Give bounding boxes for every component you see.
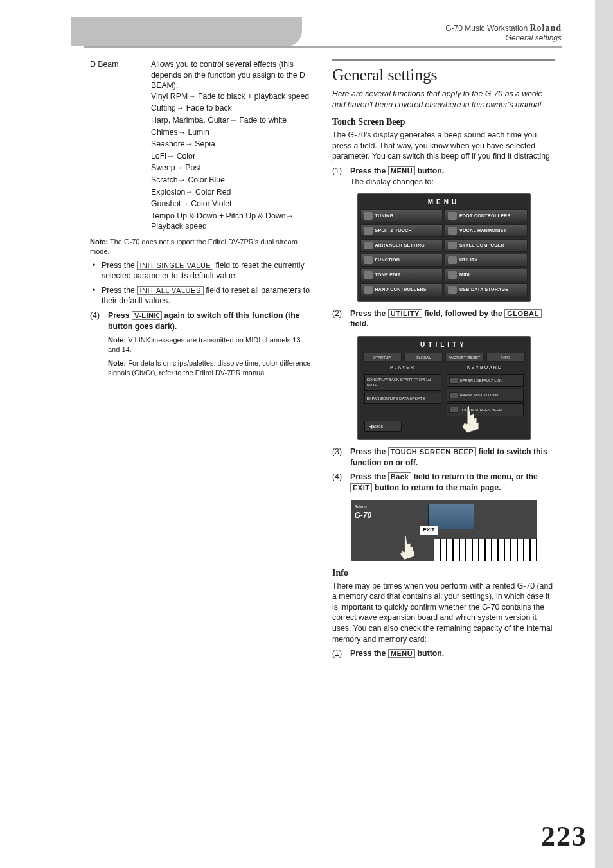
utility-item[interactable]: UPPER1 DEFAULT LINK xyxy=(447,374,524,387)
note-vlink-channels: Note: V-LINK messages are transmitted on… xyxy=(108,335,313,355)
menu-item[interactable]: MIDI xyxy=(445,269,528,281)
step-3-number: (3) xyxy=(332,447,350,468)
menu-item[interactable]: STYLE COMPOSER xyxy=(445,239,528,252)
menu-item-icon xyxy=(364,227,373,235)
utility-back-button[interactable]: ◀ Back xyxy=(364,421,402,432)
bullet-init-single: Press the INIT SINGLE VALUE field to res… xyxy=(102,260,313,281)
field-init-all-values[interactable]: INIT ALL VALUES xyxy=(137,286,203,295)
lede-text: Here are several functions that apply to… xyxy=(332,89,555,110)
field-touch-screen-beep[interactable]: TOUCH SCREEN BEEP xyxy=(388,447,476,456)
utility-tab[interactable]: INFO xyxy=(486,353,525,362)
field-init-single-value[interactable]: INIT SINGLE VALUE xyxy=(137,261,213,270)
utility-tab[interactable]: GLOBAL xyxy=(404,353,443,362)
bullet-dot: • xyxy=(90,260,102,281)
dbeam-mapping: Sweep→ Post xyxy=(151,163,313,173)
menu-item[interactable]: TONE EDIT xyxy=(360,269,443,281)
menu-item-label: TUNING xyxy=(375,213,394,218)
menu-screen-title: MENU xyxy=(360,197,528,209)
info-step-1-number: (1) xyxy=(332,648,350,659)
step-1-number: (1) xyxy=(332,166,350,187)
header-product: G-70 Music Workstation xyxy=(445,24,528,33)
menu-item-label: TONE EDIT xyxy=(375,272,401,278)
menu-item[interactable]: FUNCTION xyxy=(360,254,443,267)
info-step-1-text: Press the MENU button. xyxy=(350,648,555,659)
panel-exit-label: EXIT xyxy=(420,526,438,535)
heading-info: Info xyxy=(332,567,555,580)
menu-item[interactable]: SPLIT & TOUCH xyxy=(360,224,443,237)
menu-item-label: FUNCTION xyxy=(375,257,400,263)
section-rule xyxy=(332,59,555,61)
field-utility[interactable]: UTILITY xyxy=(388,309,422,318)
button-menu[interactable]: MENU xyxy=(388,166,415,175)
heading-general-settings: General settings xyxy=(332,64,555,86)
field-back[interactable]: Back xyxy=(388,472,411,481)
dbeam-mapping: Explosion→ Color Red xyxy=(151,187,313,198)
utility-keyboard-heading: KEYBOARD xyxy=(447,363,524,371)
info-description: There may be times when you perform with… xyxy=(332,581,555,645)
pointing-hand-icon xyxy=(453,402,485,434)
dbeam-label: D Beam xyxy=(90,59,151,233)
right-column: General settings Here are several functi… xyxy=(332,59,555,659)
menu-item[interactable]: TUNING xyxy=(360,209,443,222)
menu-item-label: UTILITY xyxy=(459,257,478,263)
dbeam-mapping: Scratch→ Color Blue xyxy=(151,175,313,186)
toggle-icon xyxy=(449,377,458,384)
step-3-text: Press the TOUCH SCREEN BEEP field to swi… xyxy=(350,447,555,468)
step-4-text: Press V-LINK again to switch off this fu… xyxy=(108,310,313,378)
menu-item[interactable]: USB DATA STORAGE xyxy=(445,283,528,296)
screenshot-utility: UTILITY STARTUPGLOBALFACTORY RESETINFO P… xyxy=(357,336,531,440)
screenshot-menu: MENU TUNINGFOOT CONTROLLERSSPLIT & TOUCH… xyxy=(357,193,531,302)
header-section: General settings xyxy=(445,33,562,42)
utility-item[interactable]: HARMONIST TO LINK xyxy=(447,389,524,402)
menu-item-icon xyxy=(448,271,457,279)
utility-tab[interactable]: STARTUP xyxy=(363,353,402,362)
menu-item[interactable]: UTILITY xyxy=(445,254,528,267)
menu-item[interactable]: ARRANGER SETTING xyxy=(360,239,443,252)
dbeam-mapping: Cutting→ Fade to back xyxy=(151,103,313,114)
dbeam-mapping: Gunshot→ Color Violet xyxy=(151,199,313,209)
menu-item-label: STYLE COMPOSER xyxy=(459,242,504,248)
menu-item[interactable]: VOCAL HARMONIST xyxy=(445,224,528,237)
pointing-hand-icon xyxy=(392,533,420,561)
menu-item-icon xyxy=(448,286,457,294)
button-menu[interactable]: MENU xyxy=(388,649,415,658)
toggle-icon xyxy=(449,392,458,398)
header-tab-notch xyxy=(71,17,302,46)
button-vlink[interactable]: V-LINK xyxy=(132,311,162,320)
menu-item-icon xyxy=(448,242,457,249)
button-exit[interactable]: EXIT xyxy=(350,483,372,492)
menu-item-icon xyxy=(364,286,373,294)
dbeam-mapping: Vinyl RPM→ Fade to black + playback spee… xyxy=(151,91,313,102)
note-clips-palettes: Note: For details on clips/palettes, dis… xyxy=(108,359,313,378)
dbeam-mapping: Harp, Marimba, Guitar→ Fade to white xyxy=(151,115,313,126)
header-rule xyxy=(84,46,562,48)
step-1-sub: The display changes to: xyxy=(350,177,555,188)
menu-item[interactable]: HAND CONTROLLERS xyxy=(360,283,443,296)
menu-item-icon xyxy=(448,212,457,220)
note-label: Note: xyxy=(90,238,108,245)
step-4-text: Press the Back field to return to the me… xyxy=(350,472,555,493)
bullet-init-all: Press the INIT ALL VALUES field to reset… xyxy=(102,285,313,306)
utility-tab[interactable]: FACTORY RESET xyxy=(445,353,484,362)
page-side-stripe xyxy=(595,0,613,868)
utility-screen-title: UTILITY xyxy=(360,339,528,352)
menu-item-label: ARRANGER SETTING xyxy=(375,242,425,248)
menu-item-label: VOCAL HARMONIST xyxy=(459,227,506,233)
dbeam-mappings: Vinyl RPM→ Fade to black + playback spee… xyxy=(151,91,313,232)
panel-model: G-70 xyxy=(355,510,372,520)
field-global[interactable]: GLOBAL xyxy=(504,309,541,318)
note-dual-stream: Note: The G-70 does not support the Edir… xyxy=(90,237,313,256)
step-2-number: (2) xyxy=(332,308,350,330)
dbeam-mapping: LoFi→ Color xyxy=(151,151,313,162)
menu-item[interactable]: FOOT CONTROLLERS xyxy=(445,209,528,222)
utility-item[interactable]: SONG/PLAYBACK START FROM 1st NOTE xyxy=(364,374,441,391)
dbeam-mapping: Tempo Up & Down + Pitch Up & Down→ Playb… xyxy=(151,211,313,232)
menu-item-icon xyxy=(364,271,373,279)
step-4-number: (4) xyxy=(90,310,108,378)
page-number: 223 xyxy=(541,820,587,853)
utility-item[interactable]: EXPANSION/LIFE DATA UPDATE xyxy=(364,393,441,404)
menu-item-label: MIDI xyxy=(459,272,470,278)
menu-item-label: HAND CONTROLLERS xyxy=(375,287,427,292)
utility-player-heading: PLAYER xyxy=(364,363,441,371)
menu-item-icon xyxy=(364,212,373,220)
